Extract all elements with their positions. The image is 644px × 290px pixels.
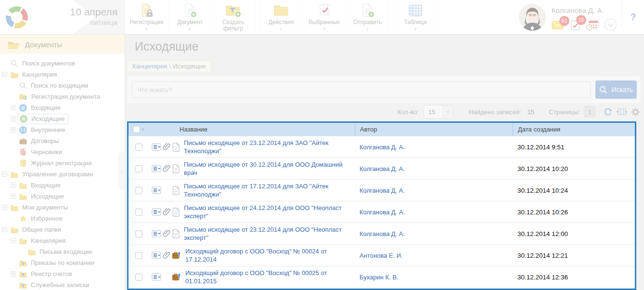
rowmenu-icon[interactable]	[152, 230, 161, 237]
user-name[interactable]: Колганова Д. А.	[552, 6, 633, 14]
expand-toggle[interactable]: +	[11, 105, 16, 110]
sidebar-item-document-registration[interactable]: Регистрация документа	[0, 91, 125, 102]
collapse-toggle[interactable]: −	[2, 205, 7, 210]
sidebar-item-incoming-letters[interactable]: Письма входящие	[0, 246, 125, 257]
sidebar-item-memos[interactable]: Служебные записки	[0, 279, 125, 290]
row-date-cell: 30.12.2014 12:21	[513, 245, 635, 266]
sidebar-item-contracts[interactable]: Договоры	[0, 135, 125, 146]
column-header-author[interactable]: Автор	[355, 123, 513, 136]
expand-toggle[interactable]: +	[11, 116, 16, 121]
rowmenu-icon[interactable]	[152, 186, 161, 194]
row-checkbox[interactable]	[135, 144, 142, 151]
select-menu-chevron-icon[interactable]: ∨	[142, 127, 144, 132]
author-link[interactable]: Колганова Д. А.	[360, 187, 405, 194]
select-all-checkbox[interactable]	[133, 126, 140, 133]
calendar-icon[interactable]	[586, 20, 599, 32]
row-checkbox[interactable]	[135, 209, 142, 216]
row-date-cell: 30.12.2014 10:26	[513, 201, 635, 223]
sidebar-item-search-documents[interactable]: Поиск документов	[0, 58, 125, 69]
row-checkbox[interactable]	[135, 274, 142, 281]
sidebar-item-internal[interactable]: +Внутренние	[0, 124, 125, 135]
rowmenu-icon[interactable]	[152, 143, 161, 151]
collapse-toggle[interactable]: −	[2, 171, 7, 177]
row-checkbox[interactable]	[135, 230, 142, 237]
page-size-select[interactable]: 15 ∨	[424, 105, 453, 119]
settings-gear-icon[interactable]	[631, 107, 640, 117]
document-link[interactable]: Письмо исходящее от 23.12.2014 для ЗАО "…	[184, 139, 351, 155]
page-number[interactable]: 1	[584, 106, 595, 118]
doc-lock-icon	[140, 3, 154, 18]
sidebar-item-company-orders[interactable]: Приказы по компании	[0, 257, 125, 268]
toolbar-button-send[interactable]: Отправить∨	[346, 0, 389, 34]
author-link[interactable]: Колганова Д. А.	[360, 144, 405, 151]
column-header-title[interactable]: Название	[149, 123, 355, 136]
expand-toggle[interactable]: +	[11, 127, 16, 132]
row-title-cell: Письмо исходящее от 23.12.2014 для ООО "…	[149, 223, 355, 244]
author-link[interactable]: Колганова Д. А.	[360, 230, 405, 237]
sidebar-item-registration-journal[interactable]: Журнал регистрации	[0, 158, 125, 169]
help-button[interactable]: ?	[622, 0, 644, 34]
sidebar-item-drafts[interactable]: Черновики	[0, 146, 125, 158]
sidebar-item-label: Избранное	[31, 215, 63, 222]
toolbar-button-document[interactable]: Документ∨	[168, 0, 212, 34]
collapse-toggle[interactable]: −	[11, 238, 16, 243]
document-link[interactable]: Письмо исходящее от 24.12.2014 для ООО "…	[184, 204, 351, 220]
column-header-date[interactable]: Дата создания	[513, 123, 635, 136]
sidebar-item-cm-incoming[interactable]: +Входящие	[0, 180, 125, 191]
sidebar-item-favorites[interactable]: Избранное	[0, 213, 125, 224]
doc-plus-icon	[183, 3, 197, 18]
sidebar-collapse-handle[interactable]: ‹	[118, 152, 126, 190]
row-checkbox[interactable]	[135, 252, 142, 259]
document-link[interactable]: Исходящий договор с ООО "Восход" № 00024…	[185, 247, 351, 264]
document-link[interactable]: Письмо исходящее от 30.12.2014 для ООО Д…	[184, 160, 351, 177]
expand-toggle[interactable]: +	[11, 271, 16, 277]
toolbar-button-table[interactable]: Таблица∨	[394, 0, 437, 34]
user-menu-chevron-icon[interactable]	[604, 18, 617, 33]
search-input[interactable]	[132, 81, 591, 98]
search-button[interactable]: Искать	[595, 80, 637, 99]
row-select-cell	[129, 180, 149, 201]
folder-filter-icon	[19, 271, 27, 277]
user-avatar[interactable]	[519, 4, 546, 31]
toolbar-button-create-filter[interactable]: Создать фильтр	[212, 0, 255, 34]
refresh-icon[interactable]	[603, 107, 613, 117]
column-width-icon[interactable]	[617, 107, 627, 116]
sidebar-item-incoming[interactable]: +Входящие	[0, 102, 125, 113]
row-checkbox[interactable]	[135, 187, 142, 194]
sidebar-item-label: Письма входящие	[39, 248, 92, 255]
sidebar-item-outgoing[interactable]: +Исходящие	[0, 113, 125, 124]
sidebar-item-invoice-registry[interactable]: +Реестр счетов	[0, 268, 125, 279]
toolbar-button-registration[interactable]: Регистрация∨	[125, 0, 168, 34]
document-link[interactable]: Письмо исходящее от 23.12.2014 для ООО "…	[184, 225, 351, 242]
expand-toggle[interactable]: +	[11, 183, 16, 188]
breadcrumb-parent-link[interactable]: Канцелярия	[132, 63, 167, 70]
author-link[interactable]: Колганова Д. А.	[360, 209, 405, 216]
rowmenu-icon[interactable]	[152, 208, 161, 216]
toolbar-button-selected[interactable]: Выбранные∨	[303, 0, 346, 34]
sidebar-item-cm-outgoing[interactable]: +Исходящие	[0, 191, 125, 202]
mail-notifications-icon[interactable]: 51	[552, 20, 564, 32]
expand-toggle[interactable]: +	[11, 194, 16, 199]
tasks-notifications-icon[interactable]: 15	[569, 19, 581, 33]
sidebar-item-incoming-search[interactable]: Поиск по входящим	[0, 80, 125, 91]
row-checkbox[interactable]	[135, 165, 142, 172]
collapse-toggle[interactable]: −	[2, 227, 7, 232]
row-title-cell: Письмо исходящее от 17.12.2014 для ЗАО "…	[149, 180, 355, 201]
document-link[interactable]: Исходящий договор с ООО "Восход" № 00025…	[185, 269, 351, 285]
author-link[interactable]: Антонова Е. И.	[360, 252, 403, 259]
sidebar-header-documents[interactable]: Документы	[0, 35, 125, 54]
sidebar-item-contract-management[interactable]: −Управление договорами	[0, 169, 125, 180]
app-logo-icon[interactable]	[6, 6, 28, 28]
sidebar-item-chancellery[interactable]: −Канцелярия	[0, 69, 125, 80]
sidebar-item-shared-folders[interactable]: −Общие папки	[0, 224, 125, 235]
collapse-toggle[interactable]: −	[2, 72, 7, 77]
author-link[interactable]: Бухарин К. В.	[360, 274, 399, 281]
sidebar-item-shared-chancellery[interactable]: −Канцелярия	[0, 235, 125, 246]
rowmenu-icon[interactable]	[152, 165, 161, 172]
toolbar-button-actions[interactable]: Действия∨	[259, 0, 303, 34]
document-link[interactable]: Письмо исходящее от 17.12.2014 для ЗАО "…	[184, 182, 351, 198]
sidebar-item-my-documents[interactable]: −Мои документы	[0, 202, 125, 213]
rowmenu-icon[interactable]	[152, 273, 161, 281]
author-link[interactable]: Колганова Д. А.	[360, 165, 405, 172]
rowmenu-icon[interactable]	[152, 251, 161, 259]
